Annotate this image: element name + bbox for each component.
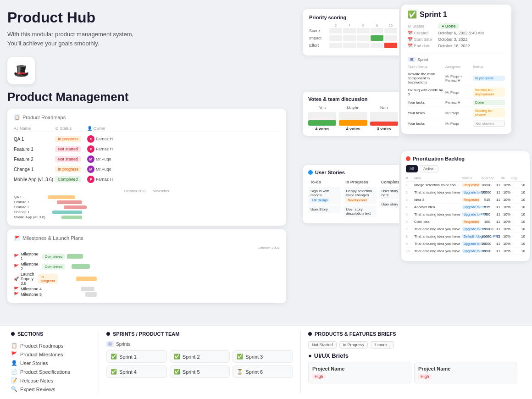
section-item-icon: 🔍	[11, 386, 17, 392]
row-status: Not started	[55, 146, 87, 152]
right-panel: ✅ Sprint 1 ⊙ Status ● Done 📅 Created Oct…	[399, 0, 532, 325]
section-item[interactable]: 📝 Release Notes	[11, 376, 91, 385]
sprint-item[interactable]: ✅ Sprint 3	[233, 350, 293, 363]
section-item-label: Product Roadmaps	[20, 343, 63, 349]
section-item[interactable]: 🚩 Product Milestones	[11, 350, 91, 359]
vote-count: 4 votes	[308, 127, 336, 131]
sprint-item[interactable]: ✅ Sprint 2	[170, 350, 230, 363]
backlog-title: Prioritization Backlog	[406, 156, 525, 161]
sprints-icon: ⊞	[106, 341, 114, 347]
section-item-icon: 📄	[11, 369, 17, 375]
row-name: Mobile App (v1.3.6)	[14, 177, 55, 182]
sprint1-startdate-row: 📅 Start date October 3, 2022	[408, 37, 505, 42]
sprint1-task-row: Fix bug with divide by 0 Mr.Puqo Waiting…	[408, 86, 505, 99]
section-item-label: Product Specifications	[20, 369, 70, 375]
section-item[interactable]: 👤 User Stories	[11, 359, 91, 367]
backlog-tag[interactable]: All	[406, 165, 418, 172]
section-item[interactable]: 🔍 Expert Reviews	[11, 385, 91, 393]
sprint-item[interactable]: ⏳ Sprint 6	[233, 366, 293, 378]
product-tag[interactable]: In Progress	[339, 341, 368, 349]
scale-cell	[371, 28, 383, 33]
row-status: In progress	[55, 136, 87, 142]
section-item[interactable]: 📄 Product Specifications	[11, 367, 91, 376]
roadmap-row[interactable]: Feature 1 Not started F Farnaz H	[14, 144, 280, 154]
roadmap-card: 📋 Product Roadmaps A↕ Name ⊙ Status 👤 Ow…	[7, 109, 286, 226]
row-owner: M Mr.Puqo	[87, 166, 115, 173]
us-column: In ProgressHappy selection color changes…	[344, 179, 376, 219]
section-item-label: Expert Reviews	[20, 387, 55, 392]
milestone-icon: 🚩	[14, 264, 19, 269]
sprint1-tasks: ⊞ Sprint Task / Items Assignee Status Re…	[408, 52, 505, 128]
owner-avatar: M	[87, 166, 94, 173]
gantt-bar	[61, 216, 82, 219]
section-item-label: Product Milestones	[20, 352, 63, 357]
scale-cell	[371, 35, 383, 41]
vote-col: Maybe 4 votes	[339, 105, 367, 131]
sections-dot	[11, 332, 15, 336]
vote-count: 4 votes	[339, 127, 367, 131]
section-item[interactable]: 📋 Product Roadmaps	[11, 341, 91, 350]
roadmap-row[interactable]: Feature 2 Not started M Mr.Puqo	[14, 154, 280, 164]
gantt-bar-row: Feature 2	[14, 205, 280, 209]
backlog-status-tag: Requested	[462, 198, 480, 202]
sprint1-task-row: Rewrite the main component in buzzword.j…	[408, 71, 505, 86]
backlog-tag[interactable]: Active	[420, 165, 438, 172]
sprint1-task-rows: Rewrite the main component in buzzword.j…	[408, 71, 505, 128]
row-status: In progress	[55, 166, 87, 172]
sprints-dot	[106, 332, 110, 336]
sprint1-card[interactable]: ✅ Sprint 1 ⊙ Status ● Done 📅 Created Oct…	[401, 5, 511, 134]
sprint-item[interactable]: ✅ Sprint 1	[106, 350, 167, 363]
milestone-bar	[60, 287, 280, 291]
backlog-row: 2 That amazing idea you have Upgrade to …	[406, 189, 525, 196]
sprint1-title: ✅ Sprint 1	[408, 10, 505, 19]
product-tag[interactable]: Not Started	[308, 341, 337, 349]
milestone-row: 🚩 Milestone 5	[14, 292, 280, 297]
backlog-row: 6 Cool idea Requested 100 11 10% 10	[406, 218, 525, 226]
roadmap-row[interactable]: QA 1 In progress F Farnaz H	[14, 134, 280, 144]
sprint-item-label: Sprint 4	[119, 369, 137, 375]
products-tags: Not StartedIn Progress1 more...	[308, 341, 517, 349]
scale-cell	[329, 35, 342, 41]
project-card[interactable]: Project Name High	[308, 362, 411, 383]
scale-cell	[384, 35, 397, 41]
project-name: Project Name	[418, 366, 513, 371]
owner-avatar: F	[87, 145, 94, 153]
us-item: User story text here	[379, 187, 399, 199]
backlog-row: 7 That amazing idea you have Upgrade to …	[406, 226, 525, 233]
us-item: User Story	[308, 205, 341, 213]
votes-title: Votes & team discussion	[308, 96, 398, 102]
user-stories-card[interactable]: User Stories To-doSign in with GoogleUX …	[303, 165, 399, 223]
product-tag[interactable]: 1 more...	[371, 341, 394, 349]
project-card[interactable]: Project Name High	[414, 362, 517, 383]
roadmap-row[interactable]: Change 1 In progress M Mr.Puqo	[14, 164, 280, 174]
row-owner: M Mr.Puqo	[87, 155, 115, 163]
sprints-label-header: SPRINTS / PRODUCT TEAM	[106, 331, 293, 337]
milestone-label: 🚀 Launch Dopely 3.8In progress	[14, 272, 57, 286]
priority-scoring-card[interactable]: Priority scoring 2 4 6 8 10 Score Impact…	[303, 9, 399, 55]
milestone-rows: 🚩 Milestone 1Completed 🚩 Milestone 2Comp…	[14, 252, 280, 297]
task-status: Done	[473, 100, 505, 105]
red-dot-icon	[406, 156, 410, 161]
scale-cell	[329, 43, 342, 48]
milestone-label: 🚩 Milestone 4	[14, 287, 57, 291]
owner-avatar: F	[87, 176, 94, 183]
section-items: 📋 Product Roadmaps 🚩 Product Milestones …	[11, 341, 91, 393]
backlog-status-tag: Upgrade to PRO	[462, 249, 480, 253]
sprint-item-label: Sprint 5	[183, 369, 200, 375]
scale-cell	[357, 43, 370, 48]
hero-title: Product Hub	[7, 9, 286, 26]
us-item: User story	[379, 200, 399, 208]
priority-title: Priority scoring	[309, 15, 397, 20]
votes-card[interactable]: Votes & team discussion Yes 4 votes Mayb…	[303, 92, 399, 136]
row-name: Feature 1	[14, 147, 55, 152]
user-stories-cols: To-doSign in with GoogleUX DesignUser St…	[308, 179, 399, 219]
backlog-row: 1 Image selection color changes Requeste…	[406, 182, 525, 189]
priority-label: Effort	[309, 43, 327, 48]
scale-cell	[384, 43, 397, 48]
roadmap-row[interactable]: Mobile App (v1.3.6) Completed F Farnaz H	[14, 174, 280, 184]
sprint-item[interactable]: ✅ Sprint 5	[170, 366, 230, 378]
backlog-card[interactable]: Prioritization Backlog AllActive # Idea …	[401, 151, 530, 261]
sprint-item[interactable]: ✅ Sprint 4	[106, 366, 167, 378]
scale-cell	[371, 43, 383, 48]
roadmap-table: A↕ Name ⊙ Status 👤 Owner QA 1 In progres…	[14, 125, 280, 184]
